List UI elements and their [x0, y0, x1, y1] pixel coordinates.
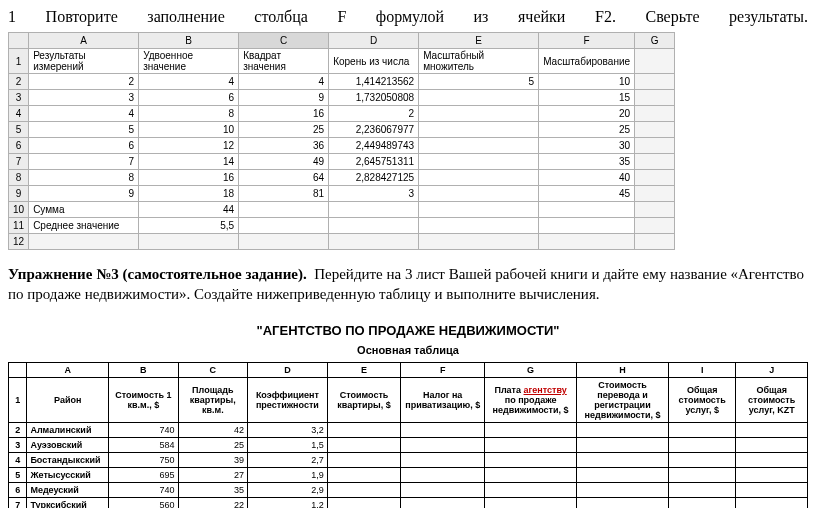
col-G[interactable]: G	[635, 33, 675, 49]
spreadsheet-table: A B C D E F G 1 Результаты измерений Удв…	[8, 32, 675, 250]
col-G-header: Плата агентству по продаже недвижимости,…	[485, 377, 577, 422]
table-row: 44816220	[9, 106, 675, 122]
table-row: 7Турксибский560221,2	[9, 497, 808, 508]
table-row: 3Ауэзовский584251,5	[9, 437, 808, 452]
instruction-line: 1ПовторитезаполнениестолбцаFформулойизяч…	[8, 8, 808, 26]
table-row: 5Жетысусский695271,9	[9, 467, 808, 482]
agency-title: "АГЕНТСТВО ПО ПРОДАЖЕ НЕДВИЖИМОСТИ"	[8, 323, 808, 338]
table-row: 33691,73205080815	[9, 90, 675, 106]
col-F[interactable]: F	[539, 33, 635, 49]
col-E[interactable]: E	[419, 33, 539, 49]
table-row: 8816642,82842712540	[9, 170, 675, 186]
table-row: 4Бостандыкский750392,7	[9, 452, 808, 467]
table-row: 5510252,23606797725	[9, 122, 675, 138]
table-row: 2Алмалинский740423,2	[9, 422, 808, 437]
header-labels-row: 1 Результаты измерений Удвоенное значени…	[9, 49, 675, 74]
agency-main-table: A B C D E F G H I J 1 Район Стоимость 1 …	[8, 362, 808, 509]
table-row: 22441,414213562510	[9, 74, 675, 90]
col-B[interactable]: B	[139, 33, 239, 49]
exercise-3-text: Упражнение №3 (самостоятельное задание).…	[8, 264, 808, 305]
table-row: 12	[9, 234, 675, 250]
table-row: 6Медеуский740352,9	[9, 482, 808, 497]
col-D[interactable]: D	[329, 33, 419, 49]
table-row: 6612362,44948974330	[9, 138, 675, 154]
table-row: 10Сумма44	[9, 202, 675, 218]
table-row: 11Среднее значение5,5	[9, 218, 675, 234]
corner-cell	[9, 33, 29, 49]
table-row: 7714492,64575131135	[9, 154, 675, 170]
col-C[interactable]: C	[239, 33, 329, 49]
col-A[interactable]: A	[29, 33, 139, 49]
main-table-subtitle: Основная таблица	[8, 344, 808, 356]
table-row: 991881345	[9, 186, 675, 202]
